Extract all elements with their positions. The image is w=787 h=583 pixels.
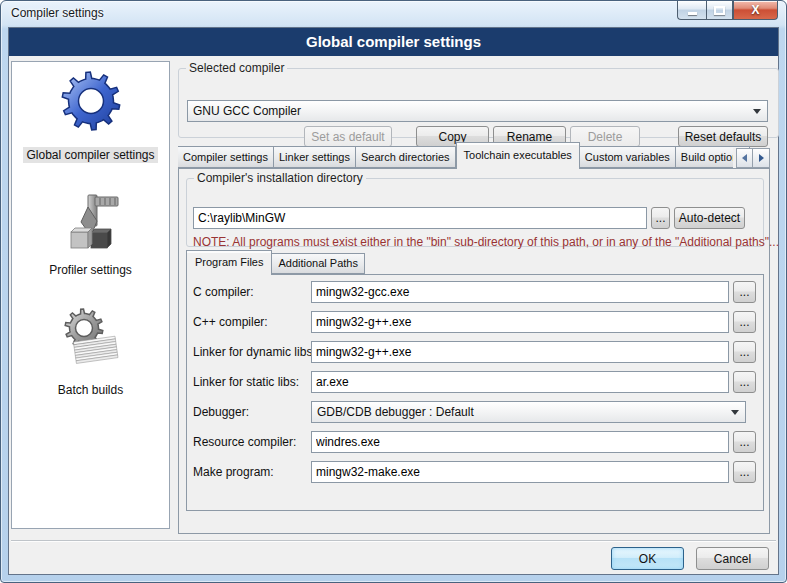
sidebar-item-global-compiler-settings[interactable]: Global compiler settings — [23, 68, 157, 163]
make-program-label: Make program: — [193, 465, 311, 479]
field-row-linker-for-dynamic-libs: Linker for dynamic libs:... — [193, 341, 756, 363]
compiler-select-value: GNU GCC Compiler — [193, 104, 301, 118]
install-dir-note: NOTE: All programs must exist either in … — [193, 235, 779, 249]
tab-custom-variables[interactable]: Custom variables — [580, 146, 676, 168]
window-controls: X — [677, 1, 778, 20]
dialog-client-area: Global compiler settings Global compiler… — [8, 27, 779, 575]
resource-compiler-label: Resource compiler: — [193, 435, 311, 449]
footer-buttons: OK Cancel — [611, 547, 769, 570]
c-compiler-label: C compiler: — [193, 285, 311, 299]
linker-for-dynamic-libs-label: Linker for dynamic libs: — [193, 345, 311, 359]
toolchain-rows: C compiler:...C++ compiler:...Linker for… — [186, 274, 764, 511]
window-title: Compiler settings — [11, 6, 104, 20]
compiler-select[interactable]: GNU GCC Compiler — [187, 100, 768, 122]
c-compiler-label: C++ compiler: — [193, 315, 311, 329]
chevron-down-icon — [753, 109, 761, 114]
selected-compiler-group: Selected compiler GNU GCC Compiler Set a… — [178, 61, 779, 138]
debugger-label: Debugger: — [193, 405, 311, 419]
sidebar-item-label: Profiler settings — [46, 262, 135, 278]
tab-compiler-settings[interactable]: Compiler settings — [178, 146, 274, 168]
linker-for-static-libs-browse-button[interactable]: ... — [733, 371, 756, 393]
page-title: Global compiler settings — [9, 28, 778, 56]
debugger-select-value: GDB/CDB debugger : Default — [317, 405, 474, 419]
c-compiler-input[interactable] — [311, 281, 729, 303]
resource-compiler-browse-button[interactable]: ... — [733, 431, 756, 453]
sidebar-item-label: Batch builds — [55, 382, 126, 398]
footer-separator — [11, 540, 776, 542]
maximize-icon — [714, 6, 725, 15]
tab-search-directories[interactable]: Search directories — [356, 146, 456, 168]
linker-for-static-libs-input[interactable] — [311, 371, 729, 393]
c-compiler-browse-button[interactable]: ... — [733, 281, 756, 303]
field-row-resource-compiler: Resource compiler:... — [193, 431, 756, 453]
make-program-browse-button[interactable]: ... — [733, 461, 756, 483]
linker-for-dynamic-libs-input[interactable] — [311, 341, 729, 363]
cancel-button[interactable]: Cancel — [696, 547, 769, 570]
field-row-make-program: Make program:... — [193, 461, 756, 483]
sidebar: Global compiler settingsProfiler setting… — [11, 61, 170, 529]
tab-toolchain-executables[interactable]: Toolchain executables — [456, 142, 580, 169]
tab-scroll-controls — [733, 148, 770, 168]
ok-button[interactable]: OK — [611, 547, 684, 570]
linker-for-dynamic-libs-browse-button[interactable]: ... — [733, 341, 756, 363]
chevron-down-icon — [731, 410, 739, 415]
minimize-button[interactable] — [677, 1, 706, 20]
selected-compiler-legend: Selected compiler — [186, 61, 287, 75]
tab-scroll-right-button[interactable] — [753, 148, 770, 168]
toolchain-panel: Compiler's installation directory ... Au… — [178, 168, 770, 534]
tab-linker-settings[interactable]: Linker settings — [274, 146, 356, 168]
c-compiler-browse-button[interactable]: ... — [733, 311, 756, 333]
tab-scroll-left-button[interactable] — [736, 148, 753, 168]
field-row-debugger: Debugger:GDB/CDB debugger : Default — [193, 401, 756, 423]
install-dir-group: Compiler's installation directory ... Au… — [186, 171, 764, 247]
c-compiler-input[interactable] — [311, 311, 729, 333]
window-titlebar[interactable]: Compiler settings X — [0, 0, 787, 27]
subtab-program-files[interactable]: Program Files — [186, 250, 272, 275]
linker-for-static-libs-label: Linker for static libs: — [193, 375, 311, 389]
install-dir-legend: Compiler's installation directory — [194, 171, 366, 185]
left-arrow-icon — [742, 154, 747, 162]
field-row-c-compiler: C++ compiler:... — [193, 311, 756, 333]
auto-detect-button[interactable]: Auto-detect — [674, 207, 745, 229]
install-dir-browse-button[interactable]: ... — [651, 207, 670, 229]
close-button[interactable]: X — [733, 1, 778, 20]
sidebar-item-label: Global compiler settings — [23, 147, 157, 163]
program-files-tabstrip: Program FilesAdditional Paths — [186, 250, 365, 275]
caliper-icon — [58, 192, 122, 256]
right-arrow-icon — [759, 154, 764, 162]
close-icon: X — [751, 4, 759, 16]
maximize-button[interactable] — [706, 1, 733, 20]
sidebar-item-profiler-settings[interactable]: Profiler settings — [46, 192, 135, 278]
resource-compiler-input[interactable] — [311, 431, 729, 453]
subtab-additional-paths[interactable]: Additional Paths — [272, 253, 365, 274]
field-row-linker-for-static-libs: Linker for static libs:... — [193, 371, 756, 393]
gear-stack-icon — [59, 307, 123, 371]
sidebar-item-batch-builds[interactable]: Batch builds — [55, 307, 126, 398]
make-program-input[interactable] — [311, 461, 729, 483]
blue-gear-icon — [59, 68, 123, 132]
debugger-select[interactable]: GDB/CDB debugger : Default — [311, 401, 746, 423]
minimize-icon — [688, 12, 697, 15]
install-dir-input[interactable] — [193, 207, 647, 229]
main-tabstrip: Compiler settingsLinker settingsSearch d… — [178, 142, 770, 169]
compiler-settings-window: Compiler settings X Global compiler sett… — [0, 0, 787, 583]
field-row-c-compiler: C compiler:... — [193, 281, 756, 303]
